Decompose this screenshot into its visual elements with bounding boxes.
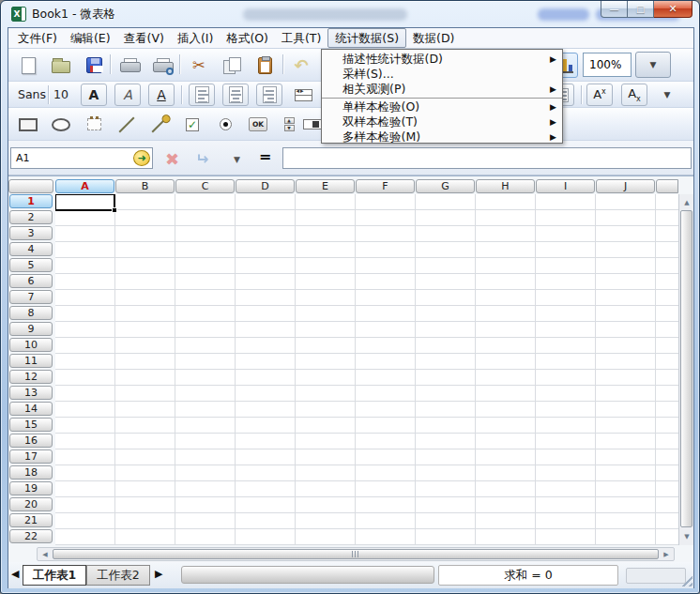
menubar-item[interactable]: 数据(D) (406, 28, 461, 48)
italic-button[interactable]: A (114, 84, 141, 106)
print-button[interactable] (116, 53, 143, 78)
font-name-selector[interactable]: Sans (18, 82, 46, 108)
insert-radio-button[interactable] (212, 112, 238, 137)
undo-button[interactable]: ↶ (288, 53, 314, 78)
equals-button[interactable]: = (259, 149, 271, 164)
formula-dropdown-button[interactable]: ▼ (234, 156, 240, 164)
column-header[interactable]: E (296, 179, 355, 193)
column-header[interactable]: D (236, 179, 295, 193)
row-header[interactable]: 6 (9, 274, 53, 288)
underline-button[interactable]: A (148, 84, 175, 106)
minimize-button[interactable]: — (601, 1, 628, 18)
insert-checkbox-button[interactable]: ✓ (179, 112, 205, 137)
column-header[interactable]: C (175, 179, 235, 193)
row-header[interactable]: 12 (9, 370, 53, 384)
insert-pushbutton-button[interactable]: OK (245, 112, 271, 137)
menu-item[interactable]: 双样本检验(T)▶ (322, 114, 562, 129)
sheet-tab[interactable]: 工作表1 (23, 565, 86, 586)
menubar-item[interactable]: 格式(O) (220, 28, 275, 48)
open-button[interactable] (48, 53, 74, 78)
row-header[interactable]: 5 (9, 258, 53, 272)
cancel-entry-button[interactable]: ✖ (165, 151, 179, 168)
row-header[interactable]: 13 (9, 386, 53, 400)
draw-rectangle-button[interactable] (15, 112, 41, 137)
column-header[interactable]: F (356, 179, 415, 193)
sheet-grid[interactable] (55, 194, 678, 545)
menu-item[interactable]: 相关观测(P)▶ (322, 82, 562, 97)
scroll-up-button[interactable]: ▲ (680, 196, 693, 209)
row-header[interactable]: 9 (9, 322, 53, 336)
fill-handle[interactable] (112, 207, 117, 213)
row-header[interactable]: 18 (9, 465, 53, 480)
save-button[interactable] (81, 53, 107, 78)
column-header-partial[interactable] (656, 179, 678, 193)
print-preview-button[interactable] (149, 53, 175, 78)
row-header[interactable]: 3 (9, 226, 53, 240)
scroll-left-button[interactable]: ◀ (38, 548, 52, 560)
jump-to-cell-button[interactable]: ➜ (133, 150, 150, 166)
column-header[interactable]: I (536, 179, 595, 193)
accept-entry-button[interactable]: ↵ (195, 151, 208, 167)
column-header[interactable]: H (476, 179, 535, 193)
row-header[interactable]: 19 (9, 481, 53, 495)
sheet-tab-prev-button[interactable]: ◀ (11, 568, 19, 580)
row-header[interactable]: 16 (9, 434, 53, 448)
zoom-dropdown-button[interactable]: ▼ (635, 52, 671, 78)
row-header[interactable]: 20 (9, 497, 53, 511)
bold-button[interactable]: A (81, 84, 107, 106)
close-button[interactable]: ✕ (654, 1, 692, 18)
row-header[interactable]: 10 (9, 338, 53, 352)
column-header[interactable]: J (596, 179, 655, 193)
insert-spinbutton-button[interactable]: ▲▼ (276, 112, 302, 137)
horizontal-scrollbar-thumb[interactable] (53, 549, 659, 559)
zoom-input[interactable]: 100% (583, 53, 632, 77)
draw-arrow-button[interactable] (146, 112, 173, 137)
font-size-selector[interactable]: 10 (53, 82, 68, 108)
superscript-button[interactable]: Ax (586, 84, 613, 106)
formula-input[interactable] (282, 147, 692, 169)
select-all-corner-button[interactable] (8, 179, 53, 193)
row-header[interactable]: 8 (9, 306, 53, 320)
sheet-tab[interactable]: 工作表2 (86, 565, 149, 586)
copy-button[interactable] (219, 53, 245, 78)
cell-name-box[interactable]: A1 ➜ (10, 147, 153, 169)
subscript-button[interactable]: Ax (621, 84, 647, 106)
horizontal-scrollbar[interactable]: ◀ ▶ (37, 547, 675, 561)
align-center-button[interactable] (222, 84, 249, 106)
align-left-button[interactable] (189, 84, 215, 106)
vertical-scrollbar-thumb[interactable] (680, 210, 692, 527)
maximize-button[interactable]: □ (628, 1, 654, 18)
row-header[interactable]: 15 (9, 418, 53, 432)
toolbar-overflow-button[interactable]: ▼ (658, 84, 677, 106)
menubar-item[interactable]: 编辑(E) (64, 28, 117, 48)
menubar-item[interactable]: 统计数据(S) (327, 28, 406, 48)
row-header[interactable]: 14 (9, 402, 53, 416)
scroll-down-button[interactable]: ▼ (680, 530, 693, 543)
vertical-scrollbar[interactable]: ▲ ▼ (678, 194, 693, 545)
align-right-button[interactable] (256, 84, 282, 106)
menubar-item[interactable]: 查看(V) (117, 28, 171, 48)
menu-item[interactable]: 多样本检验(M)▶ (322, 129, 562, 145)
menu-item[interactable]: 采样(S)... (322, 67, 562, 82)
row-header[interactable]: 11 (9, 354, 53, 368)
title-bar[interactable]: X Book1 - 微表格 — □ ✕ (1, 1, 700, 27)
row-header[interactable]: 17 (9, 449, 53, 464)
sheet-tab-next-button[interactable]: ▶ (155, 568, 162, 580)
menu-item[interactable]: 描述性统计数据(D)▶ (322, 52, 562, 67)
menubar-item[interactable]: 工具(T) (275, 28, 327, 48)
scroll-right-button[interactable]: ▶ (660, 548, 673, 560)
menubar-item[interactable]: 插入(I) (171, 28, 220, 48)
new-button[interactable] (15, 53, 41, 78)
paste-button[interactable] (251, 53, 278, 78)
column-header[interactable]: G (416, 179, 475, 193)
merge-cells-button[interactable] (290, 84, 316, 106)
row-header[interactable]: 7 (9, 290, 53, 304)
menubar-item[interactable]: 文件(F) (11, 28, 64, 48)
draw-frame-button[interactable] (81, 112, 107, 137)
draw-ellipse-button[interactable] (48, 112, 74, 137)
column-header[interactable]: B (115, 179, 175, 193)
row-header[interactable]: 21 (9, 513, 53, 527)
cut-button[interactable]: ✂ (186, 53, 212, 78)
column-header[interactable]: A (55, 179, 114, 193)
draw-line-button[interactable] (114, 112, 140, 137)
